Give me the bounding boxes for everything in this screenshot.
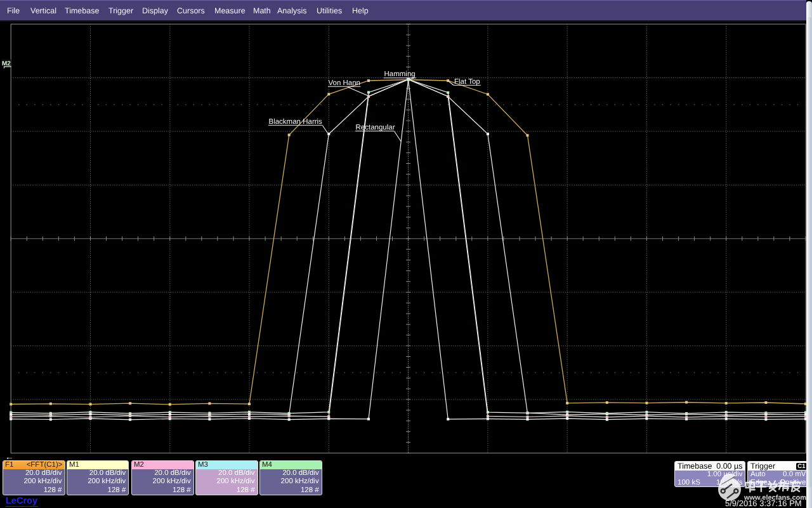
svg-text:www.elecfans.com: www.elecfans.com xyxy=(743,494,806,502)
